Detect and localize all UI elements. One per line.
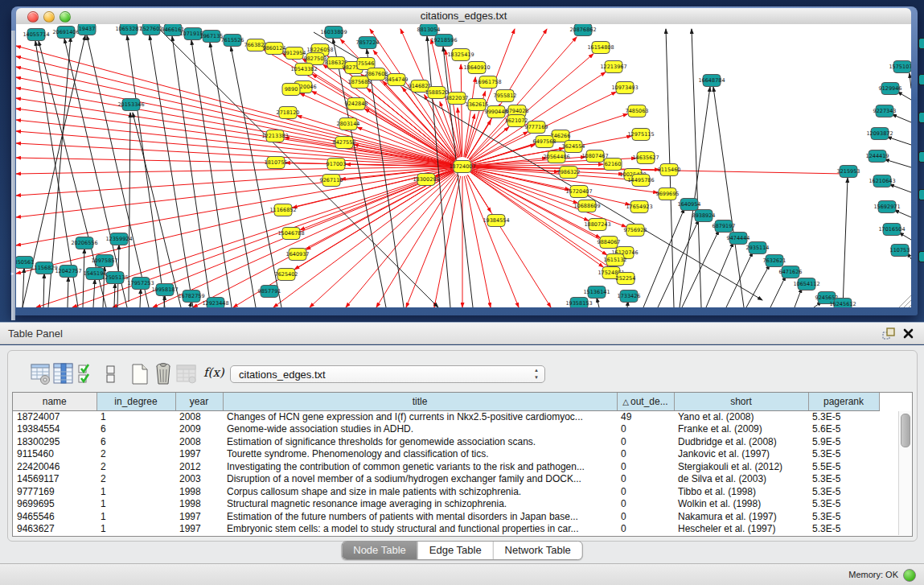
column-header-in-degree[interactable]: in_degree bbox=[97, 393, 175, 410]
delete-row-icon[interactable] bbox=[152, 362, 175, 386]
network-node[interactable]: 7625402 bbox=[275, 269, 298, 281]
table-cell[interactable]: Yano et al. (2008) bbox=[674, 410, 808, 423]
network-node[interactable]: 110753 bbox=[890, 245, 910, 257]
tab-node-table[interactable]: Node Table bbox=[342, 542, 418, 559]
table-cell[interactable]: Corpus callosum shape and size in male p… bbox=[223, 485, 617, 498]
network-node[interactable]: 9990448 bbox=[485, 106, 508, 118]
table-cell[interactable]: 0 bbox=[617, 423, 674, 436]
table-cell[interactable]: 1 bbox=[97, 485, 175, 498]
network-node[interactable]: 7632621 bbox=[763, 255, 786, 267]
node-table[interactable]: namein_degreeyeartitle△out_de...shortpag… bbox=[13, 393, 880, 535]
network-node[interactable]: 1875685 bbox=[348, 76, 372, 89]
table-select-dropdown[interactable]: citations_edges.txt ▲▼ bbox=[230, 365, 545, 383]
table-cell[interactable]: de Silva et al. (2003) bbox=[674, 473, 808, 486]
table-cell[interactable]: Tibbo et al. (1998) bbox=[674, 485, 808, 498]
table-cell[interactable]: 6 bbox=[97, 423, 175, 436]
network-node[interactable]: 20691406 bbox=[52, 27, 79, 39]
column-header-out-de-[interactable]: △out_de... bbox=[617, 393, 674, 410]
network-node[interactable]: 10688609 bbox=[573, 200, 600, 212]
table-cell[interactable]: 2012 bbox=[175, 460, 223, 473]
table-cell[interactable]: 5.3E-5 bbox=[808, 448, 879, 461]
network-node[interactable]: 9756928 bbox=[624, 225, 647, 237]
network-node[interactable]: 9267110 bbox=[320, 175, 343, 187]
table-cell[interactable]: 22420046 bbox=[13, 460, 97, 473]
network-node[interactable]: 1810755 bbox=[265, 157, 288, 169]
table-cell[interactable]: Nakamura et al. (1997) bbox=[674, 510, 808, 523]
network-node[interactable]: 252254 bbox=[616, 273, 636, 285]
table-settings-icon[interactable] bbox=[30, 362, 52, 386]
table-cell[interactable]: 0 bbox=[617, 485, 674, 498]
network-node[interactable]: 19358153 bbox=[565, 298, 592, 308]
network-node[interactable]: 10653287 bbox=[115, 24, 142, 35]
network-node[interactable]: 3215953 bbox=[837, 166, 860, 178]
table-row[interactable]: 1872400712008Changes of HCN gene express… bbox=[13, 410, 879, 423]
network-node[interactable]: 20206556 bbox=[71, 237, 97, 249]
table-cell[interactable]: 5.5E-5 bbox=[808, 460, 879, 473]
column-visibility-icon[interactable] bbox=[52, 362, 75, 386]
table-cell[interactable]: Wolkin et al. (1998) bbox=[674, 498, 808, 511]
network-node[interactable]: 1244419 bbox=[866, 150, 889, 163]
table-cell[interactable]: 0 bbox=[617, 510, 674, 523]
table-cell[interactable]: 14569117 bbox=[13, 473, 97, 486]
table-cell[interactable]: 1998 bbox=[175, 498, 223, 511]
network-node[interactable]: 9242848 bbox=[345, 98, 368, 110]
table-cell[interactable]: 5.3E-5 bbox=[808, 510, 879, 523]
table-cell[interactable]: 1 bbox=[97, 523, 175, 536]
network-node[interactable]: 20876862 bbox=[569, 24, 596, 36]
network-node[interactable]: 9857791 bbox=[258, 286, 281, 298]
tab-edge-table[interactable]: Edge Table bbox=[418, 542, 494, 559]
table-cell[interactable]: 1998 bbox=[175, 485, 223, 498]
table-cell[interactable]: 18300295 bbox=[13, 435, 97, 448]
network-node[interactable]: 8912954 bbox=[283, 47, 306, 60]
table-cell[interactable]: Hescheler et al. (1997) bbox=[674, 523, 808, 536]
network-node[interactable]: 18640910 bbox=[463, 62, 490, 74]
table-cell[interactable]: 9777169 bbox=[13, 485, 97, 498]
table-cell[interactable]: Stergiakouli et al. (2012) bbox=[674, 460, 808, 473]
table-cell[interactable]: 9465546 bbox=[13, 510, 97, 523]
network-node[interactable]: 850561 bbox=[16, 257, 34, 269]
table-cell[interactable]: 0 bbox=[617, 435, 674, 448]
table-cell[interactable]: 5.3E-5 bbox=[808, 410, 879, 423]
table-cell[interactable]: 6 bbox=[97, 435, 175, 448]
table-cell[interactable]: Dudbridge et al. (2008) bbox=[674, 435, 808, 448]
table-cell[interactable]: Estimation of the future numbers of pati… bbox=[223, 510, 617, 523]
table-row[interactable]: 946554611997Estimation of the future num… bbox=[13, 510, 879, 523]
float-window-icon[interactable] bbox=[882, 328, 895, 340]
table-cell[interactable]: 2 bbox=[97, 460, 175, 473]
network-node[interactable]: 15046788 bbox=[277, 228, 304, 240]
table-row[interactable]: 946362711997Embryonic stem cells: a mode… bbox=[13, 523, 879, 536]
function-builder-icon[interactable]: f(x) bbox=[203, 365, 226, 389]
network-node[interactable]: 20564486 bbox=[543, 151, 569, 163]
network-node[interactable]: 12042757 bbox=[55, 266, 81, 278]
table-row[interactable]: 2242004622012Investigating the contribut… bbox=[13, 460, 879, 473]
network-node[interactable]: 16648784 bbox=[698, 75, 725, 87]
table-cell[interactable]: 5.3E-5 bbox=[808, 473, 879, 486]
panel-collapse-icon[interactable]: ▸ bbox=[11, 270, 14, 277]
network-node[interactable]: 8454749 bbox=[385, 74, 409, 86]
table-cell[interactable]: Estimation of significance thresholds fo… bbox=[223, 435, 617, 448]
network-node[interactable]: 2718120 bbox=[277, 107, 300, 119]
network-node[interactable]: 7615526 bbox=[221, 35, 244, 47]
table-cell[interactable]: 1 bbox=[97, 498, 175, 511]
table-row[interactable]: 969969511998Structural magnetic resonanc… bbox=[13, 498, 879, 511]
network-node[interactable]: 15136141 bbox=[583, 286, 610, 299]
network-node[interactable]: 6497568 bbox=[533, 136, 556, 148]
tab-network-table[interactable]: Network Table bbox=[494, 542, 582, 559]
network-node[interactable]: 15751074 bbox=[889, 61, 911, 73]
table-cell[interactable]: 5.6E-5 bbox=[808, 423, 879, 436]
table-cell[interactable]: 2 bbox=[97, 473, 175, 486]
table-cell[interactable]: Changes of HCN gene expression and I(f) … bbox=[223, 410, 617, 423]
table-cell[interactable]: 1997 bbox=[175, 510, 223, 523]
network-node[interactable]: 16033809 bbox=[320, 27, 347, 39]
network-node[interactable]: 8427552 bbox=[333, 137, 356, 149]
table-cell[interactable]: Jankovic et al. (1997) bbox=[674, 448, 808, 461]
table-cell[interactable]: 2003 bbox=[175, 473, 223, 486]
table-cell[interactable]: 9463627 bbox=[13, 523, 97, 536]
network-node[interactable]: 7485063 bbox=[626, 105, 649, 117]
column-header-pagerank[interactable]: pagerank bbox=[808, 393, 879, 410]
table-cell[interactable]: 9699695 bbox=[13, 498, 97, 511]
table-cell[interactable]: 1 bbox=[97, 510, 175, 523]
table-cell[interactable]: Disruption of a novel member of a sodium… bbox=[223, 473, 617, 486]
table-cell[interactable]: 0 bbox=[617, 473, 674, 486]
network-node[interactable]: 1615132 bbox=[604, 254, 627, 266]
